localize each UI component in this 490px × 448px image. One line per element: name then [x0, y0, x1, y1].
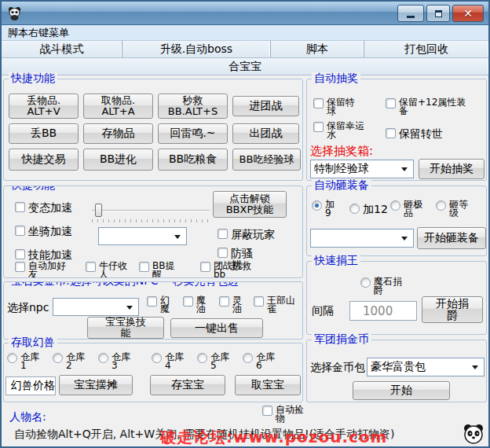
dropdown-arrow-icon: [401, 237, 408, 241]
radio-icon: [53, 353, 63, 363]
plus12-radio[interactable]: 加12: [349, 204, 388, 215]
pet-skill-swap-button[interactable]: 宝宝换技 能: [87, 317, 164, 339]
close-button[interactable]: ✕: [452, 5, 484, 22]
bb-evolve-button[interactable]: BB进化: [83, 149, 153, 171]
radio-icon: [197, 353, 207, 363]
group-quick-donate-king: 快速捐王 魔石捐 爵 间隔 1000 开始捐 爵: [306, 261, 487, 335]
mount-speed-checkbox[interactable]: 坐骑加速: [15, 226, 72, 237]
bb-remind-checkbox[interactable]: BB提 醒: [139, 262, 174, 278]
unlock-bbxp-button[interactable]: 点击解锁 BBXP技能: [213, 191, 287, 218]
bb-eat-food-button[interactable]: BB吃粮食: [158, 149, 228, 171]
pet-stall-button[interactable]: 宝宝摆摊: [59, 375, 133, 395]
drop-item-button[interactable]: 丢物品. ALT+V: [9, 94, 79, 119]
minimize-icon: [407, 16, 415, 18]
tab-pack-recycle[interactable]: 打包回收: [364, 41, 488, 57]
auto-pickup-checkbox[interactable]: 自动捡 物: [262, 406, 304, 424]
tab-battle-mode[interactable]: 战斗模式: [2, 41, 122, 57]
collect-checkbox[interactable]: 牛仔收 人: [86, 262, 127, 278]
lottery-box-select[interactable]: 特制经验球: [310, 160, 414, 178]
radio-icon: [243, 353, 253, 363]
forum-watermark: 破走论坛:www.pozou.com: [160, 427, 387, 448]
join-guildwar-button[interactable]: 进团战: [232, 96, 299, 116]
dropdown-arrow-icon: [174, 235, 181, 239]
smash-target-select[interactable]: [310, 229, 414, 248]
warehouse-3-radio[interactable]: 仓库 3: [98, 353, 130, 371]
select-npc-label: 选择npc: [7, 301, 49, 315]
fetch-pet-button[interactable]: 取宝宝: [235, 375, 301, 395]
speed-slider-track[interactable]: [92, 210, 210, 211]
checkbox-icon: [147, 296, 157, 307]
drop-bb-button[interactable]: 丢BB: [9, 123, 79, 144]
start-smash-button[interactable]: 开始砸装备: [417, 227, 486, 249]
speed-slider-thumb[interactable]: [95, 204, 102, 217]
checkbox-icon: [15, 262, 25, 272]
group-sell-gems: 宝石卖金币:选择可以卖的NPC 一秒卖光背包边 选择npc 幻 魔 魔 油 灵 …: [3, 281, 303, 340]
tab-levelup-boss[interactable]: 升级.自动boss: [122, 41, 271, 57]
group-pet-storage: 存取幻兽 仓库 1 仓库 2 仓库 3 仓库 4 仓库 5 仓库 6 幻兽价格 …: [3, 343, 303, 402]
start-lottery-button[interactable]: 开始抽奖: [419, 159, 485, 179]
tab-script[interactable]: 脚本: [271, 41, 364, 57]
radio-icon: [360, 277, 371, 288]
war-save-checkbox[interactable]: 团战秒救 bb: [200, 262, 251, 278]
warehouse-1-radio[interactable]: 仓库 1: [7, 353, 39, 371]
checkbox-icon: [86, 262, 96, 272]
panda-watermark-icon: [462, 423, 485, 446]
checkbox-icon: [254, 296, 264, 307]
group-title: 自动抽奖: [312, 72, 360, 84]
warehouse-5-radio[interactable]: 仓库 5: [197, 353, 229, 371]
store-item-button[interactable]: 存物品: [83, 123, 153, 144]
keep-special-ball-checkbox[interactable]: 保留特 球: [313, 98, 355, 116]
gem-check-1[interactable]: 幻 魔: [147, 296, 170, 314]
pick-lottery-box-label: 选择抽奖箱:: [310, 144, 373, 159]
menu-item-script-context[interactable]: 脚本右键菜单: [8, 26, 69, 40]
quick-trade-button[interactable]: 快捷交易: [9, 149, 79, 171]
auto-addfriend-checkbox[interactable]: 自动加好 友: [15, 262, 66, 278]
npc-select[interactable]: [53, 298, 139, 316]
warehouse-6-radio[interactable]: 仓库 6: [243, 353, 275, 371]
start-donate-button[interactable]: 开始捐 爵: [422, 296, 483, 323]
pet-price-input[interactable]: 幻兽价格: [5, 376, 56, 395]
keep-rebirth-checkbox[interactable]: 保留转世: [386, 128, 443, 140]
group-title: 宝石卖金币:选择可以卖的NPC 一秒卖光背包边: [9, 281, 241, 287]
store-pet-button[interactable]: 存宝宝: [150, 375, 225, 395]
group-quick-functions-2: 快捷功能 变态加速 坐骑加速 技能加速 点击解锁 BBXP技能 屏蔽玩家 防骚 …: [3, 185, 303, 278]
checkbox-icon: [313, 122, 324, 132]
minimize-button[interactable]: [397, 5, 424, 22]
keep-plus12-gear-checkbox[interactable]: 保留+12属性装 备: [386, 98, 466, 116]
block-players-checkbox[interactable]: 屏蔽玩家: [218, 229, 275, 241]
crazy-speed-checkbox[interactable]: 变态加速: [15, 202, 72, 214]
gold-pack-select[interactable]: 豪华富贵包: [367, 358, 485, 376]
skill-speed-checkbox[interactable]: 技能加速: [15, 249, 72, 261]
interval-input[interactable]: 1000: [349, 301, 417, 321]
group-auto-smash: 自动砸装备 加 9 加12 砸极 品 砸等 级 开始砸装备: [306, 185, 487, 256]
mount-speed-select[interactable]: [98, 227, 187, 245]
tab-combine-pets[interactable]: 合宝宝: [2, 58, 488, 75]
panda-app-icon: [8, 6, 21, 20]
checkbox-icon: [262, 406, 272, 416]
return-leiming-button[interactable]: 回雷鸣.~: [158, 123, 228, 144]
one-key-sell-button[interactable]: 一键出售: [170, 318, 263, 338]
gem-check-4[interactable]: 王部山 雀: [254, 296, 295, 314]
menu-bar: 脚本右键菜单: [2, 25, 488, 41]
smash-rare-radio[interactable]: 砸极 品: [390, 200, 422, 218]
start-legion-donate-button[interactable]: 开始: [353, 381, 450, 400]
warehouse-2-radio[interactable]: 仓库 2: [53, 353, 85, 371]
radio-icon: [98, 353, 108, 363]
keep-lucky-water-checkbox[interactable]: 保留幸运 水: [313, 122, 364, 140]
take-item-button[interactable]: 取物品. ALT+A: [83, 94, 153, 119]
checkbox-icon: [386, 98, 396, 108]
group-quick-functions-1: 快捷功能 丢物品. ALT+V 取物品. ALT+A 秒救 BB.ALT+S 进…: [3, 79, 303, 181]
close-icon: ✕: [463, 8, 473, 19]
smash-level-radio[interactable]: 砸等 级: [436, 200, 468, 218]
warehouse-4-radio[interactable]: 仓库 4: [152, 353, 184, 371]
plus9-radio[interactable]: 加 9: [312, 200, 335, 218]
bb-eat-expball-button[interactable]: BB吃经验球: [232, 149, 301, 171]
gem-check-2[interactable]: 魔 油: [183, 296, 206, 314]
magic-stone-donate-radio[interactable]: 魔石捐 爵: [360, 277, 402, 296]
rescue-bb-button[interactable]: 秒救 BB.ALT+S: [158, 94, 228, 119]
exit-guildwar-button[interactable]: 出团战: [232, 123, 299, 144]
gem-check-3[interactable]: 灵 油: [219, 296, 242, 314]
group-auto-lottery: 自动抽奖 保留特 球 保留+12属性装 备 保留幸运 水 保留转世 选择抽奖箱:…: [306, 79, 487, 181]
dropdown-arrow-icon: [126, 306, 133, 310]
maximize-button[interactable]: [426, 5, 450, 22]
